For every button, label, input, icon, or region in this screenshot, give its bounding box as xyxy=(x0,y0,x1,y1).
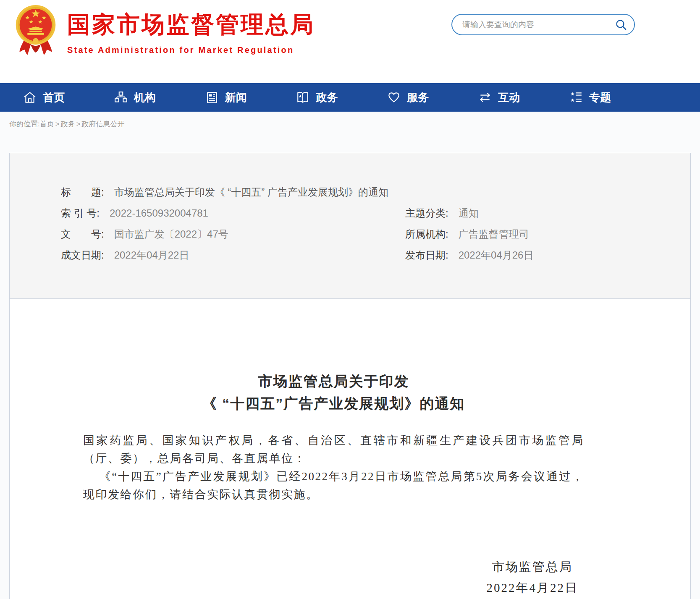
nav-item-gov-affairs[interactable]: 政务 xyxy=(296,90,338,105)
breadcrumb-separator: > xyxy=(55,120,60,128)
nav-label: 首页 xyxy=(43,90,65,105)
meta-index-label: 索 引 号: xyxy=(61,207,100,220)
breadcrumb-separator: > xyxy=(76,120,81,128)
site-title-cn: 国家市场监督管理总局 xyxy=(67,9,315,40)
home-icon xyxy=(23,91,37,104)
breadcrumb: 你的位置:首页>政务>政府信息公开 xyxy=(0,112,700,135)
meta-index-value: 2022-1650932004781 xyxy=(110,207,208,220)
site-title-block: 国家市场监督管理总局 State Administration for Mark… xyxy=(67,9,315,55)
meta-category-label: 主题分类: xyxy=(405,207,448,220)
document-paragraph-recipients: 国家药监局、国家知识产权局，各省、自治区、直辖市和新疆生产建设兵团市场监管局（厅… xyxy=(83,432,584,468)
meta-date-pub-label: 发布日期: xyxy=(405,249,448,262)
breadcrumb-link-home[interactable]: 首页 xyxy=(40,120,54,128)
national-emblem-logo[interactable] xyxy=(15,3,57,57)
nav-item-news[interactable]: 新闻 xyxy=(205,90,247,105)
book-star-icon xyxy=(296,91,309,104)
meta-row-docnum: 文 号: 国市监广发〔2022〕47号 所属机构: 广告监督管理司 xyxy=(61,228,674,241)
nav-item-organization[interactable]: 机构 xyxy=(114,90,156,105)
nav-item-home[interactable]: 首页 xyxy=(23,90,65,105)
nav-label: 新闻 xyxy=(225,90,247,105)
search-box xyxy=(451,14,635,35)
search-button[interactable] xyxy=(615,18,627,31)
nav-label: 互动 xyxy=(498,90,520,105)
breadcrumb-prefix: 你的位置: xyxy=(9,120,40,128)
news-document-icon xyxy=(205,91,219,104)
nav-label: 机构 xyxy=(134,90,156,105)
breadcrumb-link-gov[interactable]: 政务 xyxy=(61,120,75,128)
meta-docnum-value: 国市监广发〔2022〕47号 xyxy=(114,228,228,241)
heart-icon xyxy=(387,91,401,104)
document-paragraph-body: 《“十四五”广告产业发展规划》已经2022年3月22日市场监管总局第5次局务会议… xyxy=(83,468,584,504)
signature-date: 2022年4月22日 xyxy=(487,577,579,598)
meta-org-label: 所属机构: xyxy=(405,228,448,241)
nav-item-interaction[interactable]: 互动 xyxy=(478,90,520,105)
swap-arrows-icon xyxy=(478,91,492,104)
signature-org: 市场监管总局 xyxy=(487,556,579,577)
site-title-en: State Administration for Market Regulati… xyxy=(67,45,315,55)
document-title: 市场监管总局关于印发《 “十四五”广告产业发展规划》的通知 xyxy=(83,299,584,415)
meta-date-written-label: 成文日期: xyxy=(61,249,104,262)
main-nav: 首页 机构 新闻 政务 xyxy=(0,83,700,112)
meta-row-title: 标 题: 市场监管总局关于印发《 “十四五” 广告产业发展规划》的通知 xyxy=(61,186,674,199)
search-icon xyxy=(615,18,627,31)
document-title-line1: 市场监管总局关于印发 xyxy=(258,373,409,389)
meta-row-index: 索 引 号: 2022-1650932004781 主题分类: 通知 xyxy=(61,207,674,220)
nav-item-services[interactable]: 服务 xyxy=(387,90,429,105)
nav-label: 专题 xyxy=(589,90,611,105)
document-meta-panel: 标 题: 市场监管总局关于印发《 “十四五” 广告产业发展规划》的通知 索 引 … xyxy=(9,153,691,299)
meta-title-label: 标 题: xyxy=(61,186,104,199)
document-body: 市场监管总局关于印发《 “十四五”广告产业发展规划》的通知 国家药监局、国家知识… xyxy=(9,299,691,599)
document-title-line2: 《 “十四五”广告产业发展规划》的通知 xyxy=(202,395,465,411)
nav-item-topics[interactable]: 专题 xyxy=(569,90,611,105)
meta-date-written-value: 2022年04月22日 xyxy=(114,249,189,262)
search-input[interactable] xyxy=(462,20,615,29)
star-list-icon xyxy=(569,91,583,104)
breadcrumb-link-info-disclosure[interactable]: 政府信息公开 xyxy=(82,120,125,128)
meta-docnum-label: 文 号: xyxy=(61,228,104,241)
nav-label: 政务 xyxy=(316,90,338,105)
meta-org-value: 广告监督管理司 xyxy=(459,228,529,241)
nav-label: 服务 xyxy=(407,90,429,105)
meta-row-dates: 成文日期: 2022年04月22日 发布日期: 2022年04月26日 xyxy=(61,249,674,262)
organization-chart-icon xyxy=(114,91,128,104)
meta-title-value: 市场监管总局关于印发《 “十四五” 广告产业发展规划》的通知 xyxy=(114,186,388,199)
signature-block: 市场监管总局 2022年4月22日 xyxy=(83,556,584,598)
site-header: 国家市场监督管理总局 State Administration for Mark… xyxy=(0,0,700,83)
meta-category-value: 通知 xyxy=(459,207,479,220)
meta-date-pub-value: 2022年04月26日 xyxy=(459,249,534,262)
